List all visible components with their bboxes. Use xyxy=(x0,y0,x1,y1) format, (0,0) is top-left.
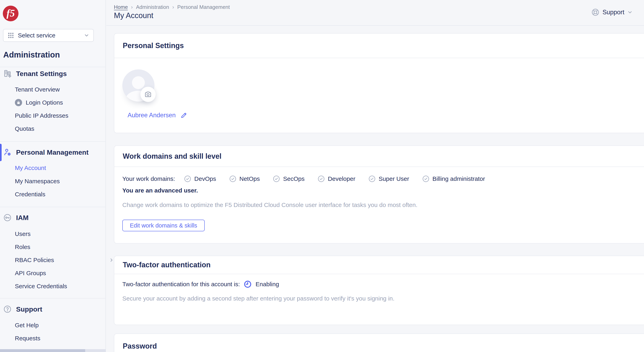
lock-icon xyxy=(15,99,22,106)
card-header: Personal Settings xyxy=(114,34,644,58)
sidebar-item-label: Credentials xyxy=(15,191,46,198)
domain-chip-billing-administrator: Billing administrator xyxy=(422,175,485,183)
sidebar-item-label: RBAC Policies xyxy=(15,257,54,263)
sidebar-item-my-account[interactable]: My Account xyxy=(15,164,46,172)
sidebar-item-label: My Namespaces xyxy=(15,178,60,185)
sidebar-item-get-help[interactable]: Get Help xyxy=(15,321,38,329)
sidebar-title: Administration xyxy=(3,50,60,59)
sidebar-item-label: Quotas xyxy=(15,125,34,132)
work-domains-label: Your work domains: xyxy=(122,175,175,182)
sidebar-item-label: Requests xyxy=(15,335,40,342)
check-circle-icon xyxy=(272,175,280,183)
breadcrumb-home[interactable]: Home xyxy=(114,4,128,10)
chevron-down-icon xyxy=(84,33,90,38)
work-domains-row: Your work domains: DevOps NetOps SecOps … xyxy=(122,175,498,183)
domain-chip-super-user: Super User xyxy=(368,175,409,183)
sidebar-section-label: IAM xyxy=(16,214,28,222)
personal-settings-card: Personal Settings Aubree Andersen xyxy=(114,33,644,133)
page-header: Home › Administration › Personal Managem… xyxy=(106,0,644,26)
sidebar-item-rbac-policies[interactable]: RBAC Policies xyxy=(15,256,99,264)
edit-name-button[interactable] xyxy=(180,112,188,119)
sidebar-section-personal-management[interactable]: Personal Management xyxy=(3,146,88,158)
sidebar-scrollbar[interactable] xyxy=(0,349,106,352)
sidebar-section-label: Personal Management xyxy=(16,148,88,156)
sidebar-item-users[interactable]: Users xyxy=(15,230,30,238)
breadcrumb-administration[interactable]: Administration xyxy=(136,4,169,10)
sidebar-item-roles[interactable]: Roles xyxy=(15,243,30,251)
upload-photo-button[interactable] xyxy=(140,87,156,102)
support-dropdown[interactable]: Support xyxy=(591,8,633,17)
user-name-row: Aubree Andersen xyxy=(128,112,188,119)
sidebar-item-service-credentials[interactable]: Service Credentials xyxy=(15,282,67,290)
sidebar-item-tenant-overview[interactable]: Tenant Overview xyxy=(15,85,60,94)
check-circle-icon xyxy=(318,175,325,183)
user-name-link[interactable]: Aubree Andersen xyxy=(128,112,176,119)
sidebar-scrollbar-thumb[interactable] xyxy=(0,349,85,352)
f5-logo[interactable]: f5 xyxy=(3,6,18,21)
card-title: Two-factor authentication xyxy=(123,261,210,269)
key-icon xyxy=(3,213,12,222)
chevron-right-icon xyxy=(109,257,114,263)
card-title: Password xyxy=(123,342,157,350)
sidebar: f5 Select service Administration xyxy=(0,0,106,352)
sidebar-item-credentials[interactable]: Credentials xyxy=(15,190,46,199)
card-header: Work domains and skill level xyxy=(114,146,644,167)
active-section-indicator xyxy=(0,144,2,161)
card-header: Password xyxy=(114,334,644,352)
sidebar-item-requests[interactable]: Requests xyxy=(15,334,40,342)
sidebar-item-my-namespaces[interactable]: My Namespaces xyxy=(15,177,60,186)
domain-label: NetOps xyxy=(240,175,260,182)
domain-label: DevOps xyxy=(194,175,216,182)
domain-label: Billing administrator xyxy=(432,175,485,182)
work-domains-helper-text: Change work domains to optimize the F5 D… xyxy=(122,201,418,209)
breadcrumb-personal-management[interactable]: Personal Management xyxy=(177,4,230,10)
card-title: Personal Settings xyxy=(123,42,184,50)
grid-icon xyxy=(8,32,14,39)
sidebar-divider xyxy=(0,298,106,298)
two-factor-status-label: Two-factor authentication for this accou… xyxy=(122,281,240,288)
breadcrumb: Home › Administration › Personal Managem… xyxy=(114,4,230,10)
sidebar-item-label: API Groups xyxy=(15,270,46,277)
sidebar-item-api-groups[interactable]: API Groups xyxy=(15,269,46,277)
service-selector[interactable]: Select service xyxy=(3,29,94,42)
building-gear-icon xyxy=(3,69,12,78)
sidebar-section-tenant-settings[interactable]: Tenant Settings xyxy=(3,68,67,80)
check-circle-icon xyxy=(422,175,430,183)
sidebar-item-label: Login Options xyxy=(26,99,63,106)
breadcrumb-separator: › xyxy=(131,4,133,10)
sidebar-item-login-options[interactable]: Login Options xyxy=(15,98,63,107)
card-title: Work domains and skill level xyxy=(123,152,222,160)
chevron-down-icon xyxy=(627,10,633,15)
clock-icon xyxy=(244,280,252,288)
domain-label: SecOps xyxy=(283,175,304,182)
domain-chip-devops: DevOps xyxy=(184,175,216,183)
sidebar-section-support[interactable]: Support xyxy=(3,303,42,315)
edit-work-domains-button[interactable]: Edit work domains & skills xyxy=(122,220,205,231)
sidebar-item-quotas[interactable]: Quotas xyxy=(15,124,34,133)
two-factor-card: Two-factor authentication Two-factor aut… xyxy=(114,256,644,325)
sidebar-divider xyxy=(0,141,106,142)
check-circle-icon xyxy=(229,175,237,183)
sidebar-divider xyxy=(0,207,106,207)
camera-icon xyxy=(144,90,152,98)
sidebar-item-public-ip-addresses[interactable]: Public IP Addresses xyxy=(15,111,68,120)
sidebar-item-label: Users xyxy=(15,231,30,237)
sidebar-section-iam[interactable]: IAM xyxy=(3,212,28,224)
avatar xyxy=(122,69,154,102)
check-circle-icon xyxy=(184,175,192,183)
breadcrumb-separator: › xyxy=(172,4,174,10)
sidebar-item-label: Roles xyxy=(15,244,30,250)
sidebar-section-label: Tenant Settings xyxy=(16,70,67,78)
two-factor-helper-text: Secure your account by adding a second s… xyxy=(122,294,394,303)
support-dropdown-label: Support xyxy=(602,9,624,16)
lifebuoy-icon xyxy=(591,8,600,17)
sidebar-item-label: Tenant Overview xyxy=(15,86,60,93)
sidebar-item-label: Get Help xyxy=(15,322,38,329)
domain-label: Super User xyxy=(379,175,409,182)
password-card: Password xyxy=(114,333,644,352)
two-factor-status-value: Enabling xyxy=(256,281,279,288)
sidebar-item-label: Service Credentials xyxy=(15,283,67,290)
f5-logo-text: f5 xyxy=(6,7,15,19)
page-title: My Account xyxy=(114,11,153,20)
two-factor-status-row: Two-factor authentication for this accou… xyxy=(122,280,279,289)
